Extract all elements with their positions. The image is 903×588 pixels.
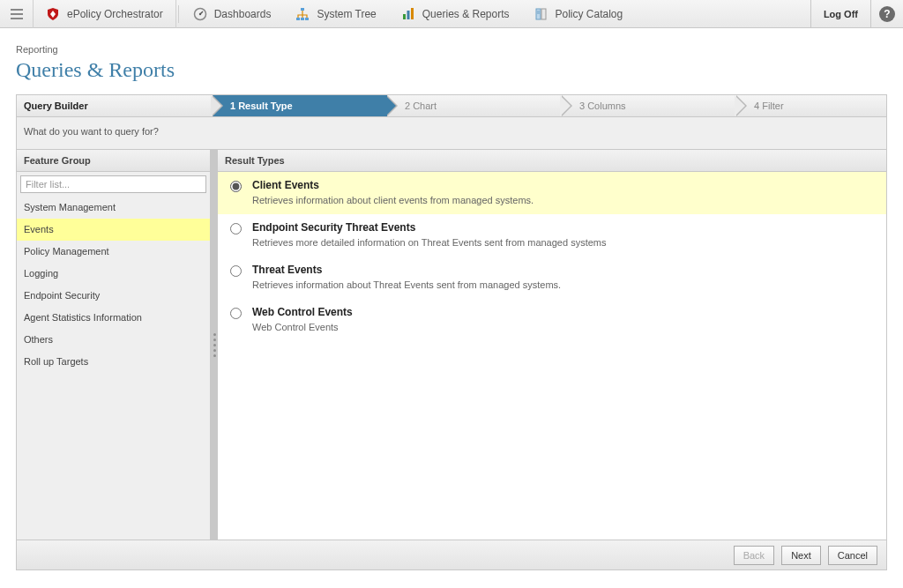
wizard-label: Query Builder (17, 95, 213, 116)
gauge-icon (193, 7, 207, 21)
svg-rect-1 (11, 13, 23, 15)
svg-point-5 (199, 12, 201, 14)
page-title: Queries & Reports (16, 58, 887, 82)
menu-icon[interactable] (0, 0, 34, 28)
svg-rect-8 (301, 18, 304, 20)
help-button[interactable]: ? (871, 0, 903, 28)
svg-rect-10 (403, 14, 406, 19)
svg-rect-2 (11, 18, 23, 19)
feature-group-item[interactable]: Events (17, 219, 210, 241)
result-type-radio[interactable] (230, 223, 242, 234)
logoff-button[interactable]: Log Off (810, 0, 871, 28)
cancel-button[interactable]: Cancel (828, 546, 877, 565)
svg-rect-9 (305, 18, 309, 20)
brand-label: ePolicy Orchestrator (67, 8, 163, 20)
feature-group-list: System ManagementEventsPolicy Management… (17, 197, 210, 540)
wizard-label-text: Query Builder (24, 100, 88, 111)
result-type-item[interactable]: Client EventsRetrieves information about… (218, 172, 886, 214)
result-type-title: Web Control Events (252, 306, 353, 318)
nav-system-tree[interactable]: System Tree (283, 0, 388, 28)
nav-queries-reports[interactable]: Queries & Reports (389, 0, 522, 28)
result-type-radio[interactable] (230, 308, 242, 319)
splitter-handle[interactable] (211, 150, 218, 540)
result-type-radio[interactable] (230, 181, 242, 192)
nav-label: System Tree (317, 8, 376, 20)
svg-rect-11 (407, 11, 409, 19)
result-types-panel: Result Types Client EventsRetrieves info… (218, 150, 886, 540)
step-label: 1 Result Type (230, 100, 293, 111)
filter-box (17, 172, 210, 197)
svg-rect-0 (11, 9, 23, 11)
shield-icon (46, 7, 60, 21)
feature-group-item[interactable]: Others (17, 329, 210, 351)
feature-group-item[interactable]: Endpoint Security (17, 285, 210, 307)
result-type-item[interactable]: Endpoint Security Threat EventsRetrieves… (218, 214, 886, 257)
wizard-prompt: What do you want to query for? (17, 117, 886, 150)
next-button[interactable]: Next (781, 546, 821, 565)
logoff-label: Log Off (824, 9, 858, 19)
feature-group-panel: Feature Group System ManagementEventsPol… (17, 150, 211, 540)
step-label: 3 Columns (579, 100, 626, 111)
svg-rect-12 (411, 8, 414, 19)
nav-label: Dashboards (214, 8, 272, 20)
result-type-title: Threat Events (252, 264, 561, 276)
tree-icon (295, 7, 310, 21)
result-type-desc: Web Control Events (252, 322, 353, 332)
result-type-title: Client Events (252, 179, 534, 191)
feature-group-item[interactable]: System Management (17, 197, 210, 219)
result-type-item[interactable]: Web Control EventsWeb Control Events (218, 299, 886, 341)
step-columns[interactable]: 3 Columns (562, 95, 736, 116)
top-nav-right: Log Off ? (810, 0, 903, 28)
nav-label: Queries & Reports (422, 8, 510, 20)
svg-rect-7 (296, 18, 300, 20)
nav-dashboards[interactable]: Dashboards (181, 0, 284, 28)
catalog-icon (534, 7, 549, 21)
feature-group-item[interactable]: Agent Statistics Information (17, 307, 210, 329)
step-filter[interactable]: 4 Filter (736, 95, 886, 116)
breadcrumb: Reporting (16, 44, 887, 55)
separator (178, 5, 179, 23)
nav-label: Policy Catalog (556, 8, 623, 20)
step-chart[interactable]: 2 Chart (387, 95, 562, 116)
step-result-type[interactable]: 1 Result Type (213, 95, 387, 116)
builder-columns: Feature Group System ManagementEventsPol… (17, 150, 886, 540)
svg-rect-6 (301, 8, 304, 11)
page: Reporting Queries & Reports Query Builde… (0, 28, 903, 570)
result-type-desc: Retrieves information about Threat Event… (252, 279, 561, 290)
chart-icon (401, 7, 415, 21)
help-icon: ? (879, 6, 895, 22)
feature-group-item[interactable]: Logging (17, 263, 210, 285)
result-type-item[interactable]: Threat EventsRetrieves information about… (218, 257, 886, 299)
result-type-title: Endpoint Security Threat Events (252, 221, 606, 234)
brand[interactable]: ePolicy Orchestrator (34, 0, 176, 28)
filter-input[interactable] (20, 175, 206, 193)
top-nav: ePolicy Orchestrator Dashboards System T… (0, 0, 903, 28)
back-button[interactable]: Back (734, 546, 774, 565)
query-builder: Query Builder 1 Result Type 2 Chart 3 Co… (16, 94, 887, 570)
result-type-desc: Retrieves information about client event… (252, 195, 534, 205)
step-label: 4 Filter (754, 100, 784, 111)
result-types-list: Client EventsRetrieves information about… (218, 172, 886, 540)
svg-rect-14 (541, 9, 546, 19)
step-label: 2 Chart (405, 100, 437, 111)
result-type-desc: Retrieves more detailed information on T… (252, 237, 606, 248)
svg-rect-13 (536, 9, 541, 19)
wizard-footer: Back Next Cancel (17, 540, 886, 569)
result-type-radio[interactable] (230, 265, 242, 277)
wizard-steps: Query Builder 1 Result Type 2 Chart 3 Co… (17, 95, 886, 117)
feature-group-header: Feature Group (17, 150, 210, 172)
result-types-header: Result Types (218, 150, 886, 172)
nav-items: Dashboards System Tree Queries & Reports… (176, 0, 636, 28)
feature-group-item[interactable]: Policy Management (17, 241, 210, 263)
feature-group-item[interactable]: Roll up Targets (17, 351, 210, 373)
nav-policy-catalog[interactable]: Policy Catalog (522, 0, 636, 28)
